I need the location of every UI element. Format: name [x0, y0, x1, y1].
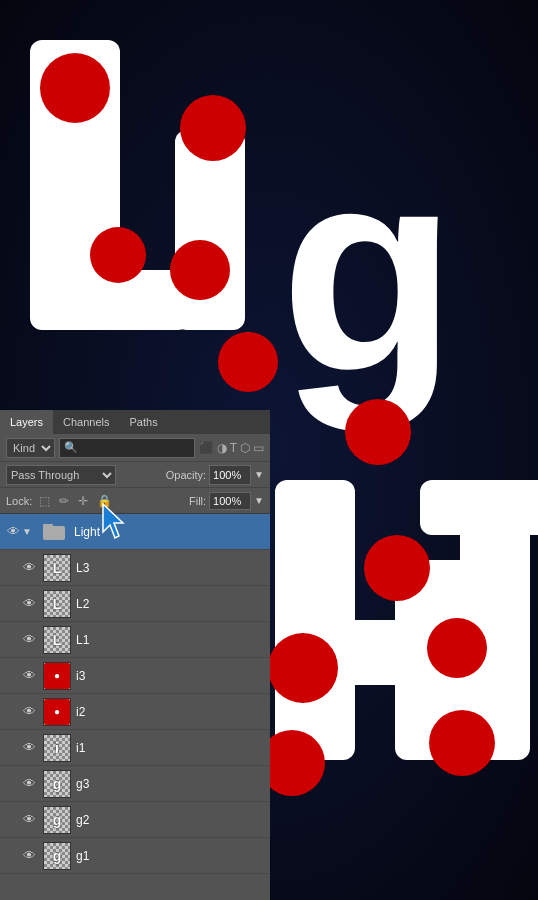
layers-list[interactable]: 👁 ▼ Light 👁 L L3 👁: [0, 514, 270, 900]
thumb-g3: g: [43, 770, 71, 798]
layer-name-g3: g3: [76, 777, 266, 791]
tab-layers[interactable]: Layers: [0, 410, 53, 434]
thumb-l3: L: [43, 554, 71, 582]
visibility-l1[interactable]: 👁: [20, 631, 38, 649]
tab-channels[interactable]: Channels: [53, 410, 119, 434]
visibility-i1[interactable]: 👁: [20, 739, 38, 757]
visibility-g2[interactable]: 👁: [20, 811, 38, 829]
svg-point-18: [427, 618, 487, 678]
smartobj-icon[interactable]: ▭: [253, 441, 264, 455]
svg-rect-10: [420, 480, 538, 535]
layer-item-light[interactable]: 👁 ▼ Light: [0, 514, 270, 550]
type-icon[interactable]: T: [230, 441, 237, 455]
fill-wrap: Fill: ▼: [189, 492, 264, 510]
layer-name-g2: g2: [76, 813, 266, 827]
layer-item-i3[interactable]: 👁 ● i3: [0, 658, 270, 694]
layer-name-l2: L2: [76, 597, 266, 611]
layer-item-l1[interactable]: 👁 L L1: [0, 622, 270, 658]
svg-point-13: [170, 240, 230, 300]
svg-point-15: [218, 332, 278, 392]
visibility-i3[interactable]: 👁: [20, 667, 38, 685]
layer-name-i2: i2: [76, 705, 266, 719]
opacity-input[interactable]: [209, 465, 251, 485]
layer-item-g2[interactable]: 👁 g g2: [0, 802, 270, 838]
thumb-i1: i: [43, 734, 71, 762]
layer-name-i3: i3: [76, 669, 266, 683]
visibility-i2[interactable]: 👁: [20, 703, 38, 721]
visibility-g1[interactable]: 👁: [20, 847, 38, 865]
thumb-g1: g: [43, 842, 71, 870]
layer-item-l2[interactable]: 👁 L L2: [0, 586, 270, 622]
search-box[interactable]: 🔍: [59, 438, 195, 458]
filter-bar: Kind 🔍 ⬛ ◑ T ⬡ ▭: [0, 434, 270, 462]
lock-pixel-button[interactable]: ⬚: [36, 493, 53, 509]
svg-point-12: [180, 95, 246, 161]
svg-point-17: [364, 535, 430, 601]
lock-label: Lock:: [6, 495, 32, 507]
search-icon: 🔍: [64, 441, 78, 454]
svg-point-19: [268, 633, 338, 703]
svg-rect-22: [43, 526, 65, 540]
svg-point-11: [40, 53, 110, 123]
thumb-i2: ●: [43, 698, 71, 726]
thumb-i3: ●: [43, 662, 71, 690]
layer-item-i1[interactable]: 👁 i i1: [0, 730, 270, 766]
svg-point-14: [90, 227, 146, 283]
svg-point-16: [345, 399, 411, 465]
visibility-l3[interactable]: 👁: [20, 559, 38, 577]
fill-input[interactable]: [209, 492, 251, 510]
pixel-icon[interactable]: ⬛: [199, 441, 214, 455]
lock-paint-button[interactable]: ✏: [56, 493, 72, 509]
adjustment-icon[interactable]: ◑: [217, 441, 227, 455]
layer-item-l3[interactable]: 👁 L L3: [0, 550, 270, 586]
svg-point-21: [429, 710, 495, 776]
shape-icon[interactable]: ⬡: [240, 441, 250, 455]
svg-rect-23: [43, 524, 53, 528]
filter-icons: ⬛ ◑ T ⬡ ▭: [199, 441, 264, 455]
lock-row: Lock: ⬚ ✏ ✛ 🔒 Fill: ▼: [0, 488, 270, 514]
folder-arrow-light[interactable]: ▼: [22, 526, 36, 537]
layer-name-g1: g1: [76, 849, 266, 863]
svg-text:g: g: [280, 107, 457, 433]
opacity-label: Opacity:: [166, 469, 206, 481]
fill-label: Fill:: [189, 495, 206, 507]
opacity-arrow[interactable]: ▼: [254, 469, 264, 480]
thumb-l1: L: [43, 626, 71, 654]
svg-marker-24: [103, 504, 123, 538]
kind-select[interactable]: Kind: [6, 438, 55, 458]
search-input[interactable]: [80, 442, 190, 454]
thumb-g2: g: [43, 806, 71, 834]
visibility-g3[interactable]: 👁: [20, 775, 38, 793]
layer-item-i2[interactable]: 👁 ● i2: [0, 694, 270, 730]
layer-name-i1: i1: [76, 741, 266, 755]
layers-panel: Layers Channels Paths Kind 🔍 ⬛ ◑ T ⬡ ▭ P…: [0, 410, 270, 900]
fill-arrow[interactable]: ▼: [254, 495, 264, 506]
layer-name-l3: L3: [76, 561, 266, 575]
visibility-l2[interactable]: 👁: [20, 595, 38, 613]
visibility-light[interactable]: 👁: [4, 523, 22, 541]
layer-name-l1: L1: [76, 633, 266, 647]
tab-bar: Layers Channels Paths: [0, 410, 270, 434]
layer-item-g3[interactable]: 👁 g g3: [0, 766, 270, 802]
blend-mode-select[interactable]: Pass Through Normal Multiply Screen Over…: [6, 465, 116, 485]
thumb-l2: L: [43, 590, 71, 618]
blend-row: Pass Through Normal Multiply Screen Over…: [0, 462, 270, 488]
folder-thumb-light: [41, 518, 69, 546]
opacity-wrap: Opacity: ▼: [166, 465, 264, 485]
lock-position-button[interactable]: ✛: [75, 493, 91, 509]
layer-item-g1[interactable]: 👁 g g1: [0, 838, 270, 874]
tab-paths[interactable]: Paths: [120, 410, 168, 434]
